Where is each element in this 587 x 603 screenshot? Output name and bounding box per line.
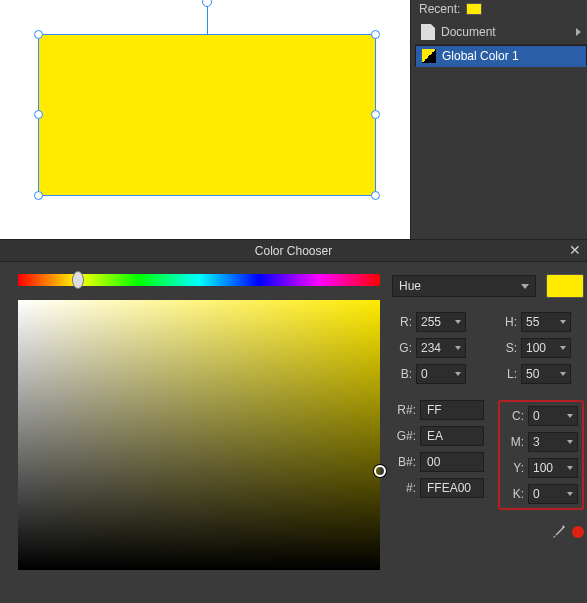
b-input[interactable]: 0 — [416, 364, 466, 384]
document-label: Document — [441, 25, 496, 39]
chevron-down-icon — [560, 372, 566, 376]
rhex-label: R#: — [392, 403, 416, 417]
cmyk-highlight: C:0 M:3 Y:100 K:0 — [498, 400, 584, 510]
global-color-label: Global Color 1 — [442, 49, 519, 63]
document-swatch-group[interactable]: Document — [415, 20, 587, 45]
global-color-icon — [422, 49, 436, 63]
b-hex-input[interactable]: 00 — [420, 452, 484, 472]
chevron-down-icon — [567, 414, 573, 418]
chevron-right-icon — [576, 28, 581, 36]
record-color-icon[interactable] — [572, 526, 584, 538]
r-hex-input[interactable]: FF — [420, 400, 484, 420]
mode-select[interactable]: Hue — [392, 275, 536, 297]
close-icon[interactable]: ✕ — [569, 242, 581, 258]
hue-slider[interactable] — [18, 274, 380, 286]
eyedropper-icon[interactable] — [550, 524, 566, 540]
mode-value: Hue — [399, 279, 421, 293]
canvas[interactable] — [0, 0, 410, 239]
m-label: M: — [504, 435, 524, 449]
y-input[interactable]: 100 — [528, 458, 578, 478]
selected-rectangle[interactable] — [39, 35, 375, 195]
r-input[interactable]: 255 — [416, 312, 466, 332]
chevron-down-icon — [560, 320, 566, 324]
bhex-label: B#: — [392, 455, 416, 469]
chevron-down-icon — [521, 284, 529, 289]
r-label: R: — [392, 315, 412, 329]
k-label: K: — [504, 487, 524, 501]
resize-handle-tl[interactable] — [34, 30, 43, 39]
l-label: L: — [497, 367, 517, 381]
s-input[interactable]: 100 — [521, 338, 571, 358]
resize-handle-mr[interactable] — [371, 110, 380, 119]
resize-handle-br[interactable] — [371, 191, 380, 200]
h-label: H: — [497, 315, 517, 329]
c-input[interactable]: 0 — [528, 406, 578, 426]
rotation-stem — [207, 5, 208, 35]
g-hex-input[interactable]: EA — [420, 426, 484, 446]
chevron-down-icon — [455, 320, 461, 324]
m-input[interactable]: 3 — [528, 432, 578, 452]
chevron-down-icon — [455, 346, 461, 350]
ghex-label: G#: — [392, 429, 416, 443]
k-input[interactable]: 0 — [528, 484, 578, 504]
chevron-down-icon — [567, 492, 573, 496]
c-label: C: — [504, 409, 524, 423]
chevron-down-icon — [560, 346, 566, 350]
recent-swatch[interactable] — [466, 3, 482, 15]
y-label: Y: — [504, 461, 524, 475]
l-input[interactable]: 50 — [521, 364, 571, 384]
global-color-item[interactable]: Global Color 1 — [415, 45, 587, 67]
color-preview — [546, 274, 584, 298]
b-label: B: — [392, 367, 412, 381]
sv-picker-knob[interactable] — [374, 465, 386, 477]
chevron-down-icon — [567, 466, 573, 470]
document-icon — [421, 24, 435, 40]
hue-slider-knob[interactable] — [72, 271, 84, 289]
resize-handle-tr[interactable] — [371, 30, 380, 39]
s-label: S: — [497, 341, 517, 355]
g-input[interactable]: 234 — [416, 338, 466, 358]
saturation-value-picker[interactable] — [18, 300, 380, 570]
recent-label: Recent: — [419, 2, 460, 16]
chevron-down-icon — [567, 440, 573, 444]
color-chooser-panel: Color Chooser ✕ Hue R:255 H:55 — [0, 239, 587, 603]
fullhex-label: #: — [392, 481, 416, 495]
h-input[interactable]: 55 — [521, 312, 571, 332]
swatches-panel: Recent: Document Global Color 1 — [410, 0, 587, 239]
resize-handle-ml[interactable] — [34, 110, 43, 119]
resize-handle-bl[interactable] — [34, 191, 43, 200]
full-hex-input[interactable]: FFEA00 — [420, 478, 484, 498]
chevron-down-icon — [455, 372, 461, 376]
panel-title: Color Chooser — [255, 244, 332, 258]
g-label: G: — [392, 341, 412, 355]
rotation-handle[interactable] — [202, 0, 212, 7]
